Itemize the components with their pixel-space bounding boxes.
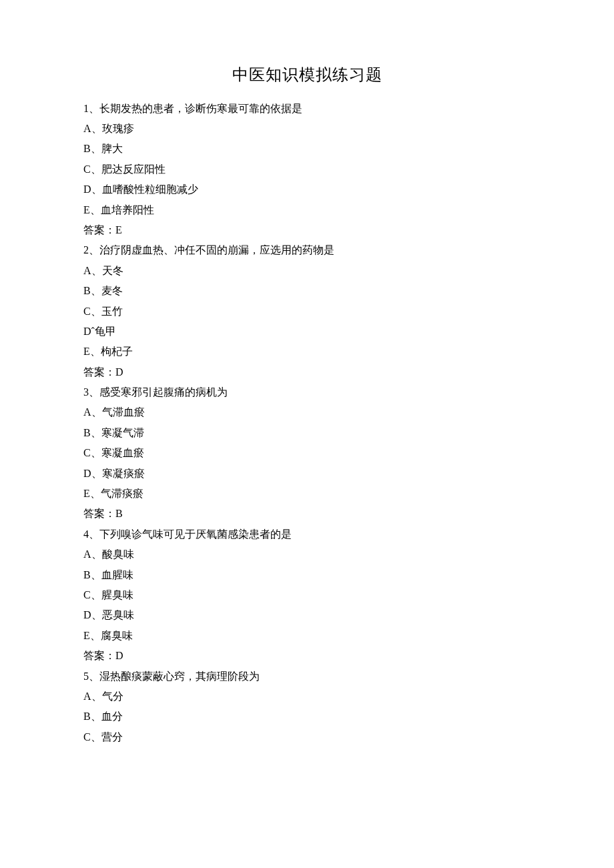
option-separator: 、 [91, 406, 102, 418]
option-line: C、玉竹 [83, 302, 531, 322]
question-separator: 、 [89, 244, 99, 256]
option-letter: E [83, 630, 90, 641]
option-letter: A [83, 548, 91, 560]
question-separator: 、 [89, 528, 99, 540]
option-letter: B [83, 711, 91, 722]
document-page: 中医知识模拟练习题 1、长期发热的患者，诊断伤寒最可靠的依据是A、玫瑰疹B、脾大… [0, 0, 614, 868]
option-letter: B [83, 285, 91, 296]
option-letter: C [83, 447, 91, 458]
option-letter: A [83, 123, 91, 134]
question-stem: 1、长期发热的患者，诊断伤寒最可靠的依据是 [83, 99, 531, 119]
option-separator: 、 [91, 123, 102, 134]
option-text: 腐臭味 [101, 630, 133, 641]
option-separator: 、 [91, 163, 101, 175]
option-separator: 、 [91, 589, 101, 600]
option-line: C、营分 [83, 727, 531, 747]
option-letter: D [83, 326, 91, 337]
question-stem: 4、下列嗅诊气味可见于厌氧菌感染患者的是 [83, 524, 531, 544]
option-text: 营分 [101, 731, 123, 743]
document-title: 中医知识模拟练习题 [83, 60, 531, 91]
option-line: A、玫瑰疹 [83, 119, 531, 139]
option-line: B、脾大 [83, 139, 531, 159]
option-line: E、枸杞子 [83, 342, 531, 362]
option-text: 气滞血瘀 [102, 406, 145, 418]
question-text: 感受寒邪引起腹痛的病机为 [99, 386, 228, 398]
option-letter: A [83, 691, 91, 702]
option-separator: 、 [91, 447, 101, 458]
option-letter: B [83, 143, 91, 154]
option-text: 血分 [101, 711, 123, 722]
answer-label: 答案： [83, 366, 115, 378]
question-separator: 、 [89, 103, 99, 114]
option-separator: 、 [90, 204, 101, 215]
option-separator: 、 [91, 731, 101, 743]
option-line: C、寒凝血瘀 [83, 443, 531, 463]
option-letter: C [83, 731, 91, 743]
question-text: 湿热酿痰蒙蔽心窍，其病理阶段为 [99, 671, 260, 682]
question-text: 长期发热的患者，诊断伤寒最可靠的依据是 [99, 103, 302, 114]
option-text: 肥达反应阳性 [101, 163, 166, 175]
option-text: 血腥味 [101, 569, 133, 580]
answer-label: 答案： [83, 650, 115, 661]
option-separator: 、 [90, 346, 101, 357]
option-line: E、气滞痰瘀 [83, 484, 531, 504]
question-stem: 2、治疗阴虚血热、冲任不固的崩漏，应选用的药物是 [83, 240, 531, 260]
option-text: 脾大 [101, 143, 123, 154]
option-letter: C [83, 306, 91, 317]
option-separator: 、 [91, 691, 102, 702]
option-text: 腥臭味 [101, 589, 133, 600]
option-separator: 、 [91, 711, 101, 722]
answer-line: 答案：E [83, 220, 531, 240]
option-text: 酸臭味 [102, 548, 134, 560]
option-separator: 、 [91, 427, 101, 438]
question-number: 1 [83, 103, 89, 114]
option-separator: 、 [91, 468, 102, 479]
option-separator: 、 [91, 609, 102, 620]
answer-value: D [115, 366, 123, 378]
option-text: 寒凝血瘀 [101, 447, 144, 458]
option-line: B、血腥味 [83, 565, 531, 585]
option-line: D、血嗜酸性粒细胞减少 [83, 179, 531, 199]
option-letter: E [83, 488, 90, 499]
option-line: A、气滞血瘀 [83, 402, 531, 422]
option-line: E、血培养阳性 [83, 200, 531, 220]
option-separator: 、 [91, 183, 102, 195]
option-line: C、腥臭味 [83, 585, 531, 605]
option-letter: D [83, 183, 91, 195]
option-text: 气分 [102, 691, 123, 702]
option-separator: 、 [91, 285, 101, 296]
answer-line: 答案：D [83, 646, 531, 666]
option-separator: 、 [91, 143, 101, 154]
option-text: 天冬 [102, 265, 123, 276]
option-line: B、寒凝气滞 [83, 423, 531, 443]
option-line: A、气分 [83, 687, 531, 707]
option-letter: E [83, 204, 90, 215]
question-stem: 5、湿热酿痰蒙蔽心窍，其病理阶段为 [83, 667, 531, 687]
option-letter: B [83, 427, 91, 438]
option-text: 玉竹 [101, 306, 123, 317]
option-line: B、麦冬 [83, 281, 531, 301]
option-separator: 、 [90, 488, 101, 499]
question-text: 下列嗅诊气味可见于厌氧菌感染患者的是 [99, 528, 292, 540]
option-letter: C [83, 163, 91, 175]
question-text: 治疗阴虚血热、冲任不固的崩漏，应选用的药物是 [99, 244, 334, 256]
option-line: C、肥达反应阳性 [83, 159, 531, 179]
answer-value: B [115, 508, 123, 519]
option-line: A、天冬 [83, 261, 531, 281]
option-text: 恶臭味 [102, 609, 134, 620]
option-text: 寒凝痰瘀 [102, 468, 145, 479]
question-number: 2 [83, 244, 89, 256]
document-body: 1、长期发热的患者，诊断伤寒最可靠的依据是A、玫瑰疹B、脾大C、肥达反应阳性D、… [83, 99, 531, 748]
question-separator: 、 [89, 386, 99, 398]
question-stem: 3、感受寒邪引起腹痛的病机为 [83, 382, 531, 402]
answer-value: D [115, 650, 123, 661]
option-letter: A [83, 406, 91, 418]
option-text: 玫瑰疹 [102, 123, 134, 134]
option-separator: 、 [91, 548, 102, 560]
option-separator: 、 [91, 265, 102, 276]
option-separator: 、 [91, 306, 101, 317]
option-text: 麦冬 [101, 285, 123, 296]
option-line: A、酸臭味 [83, 544, 531, 564]
option-letter: B [83, 569, 91, 580]
option-letter: D [83, 468, 91, 479]
